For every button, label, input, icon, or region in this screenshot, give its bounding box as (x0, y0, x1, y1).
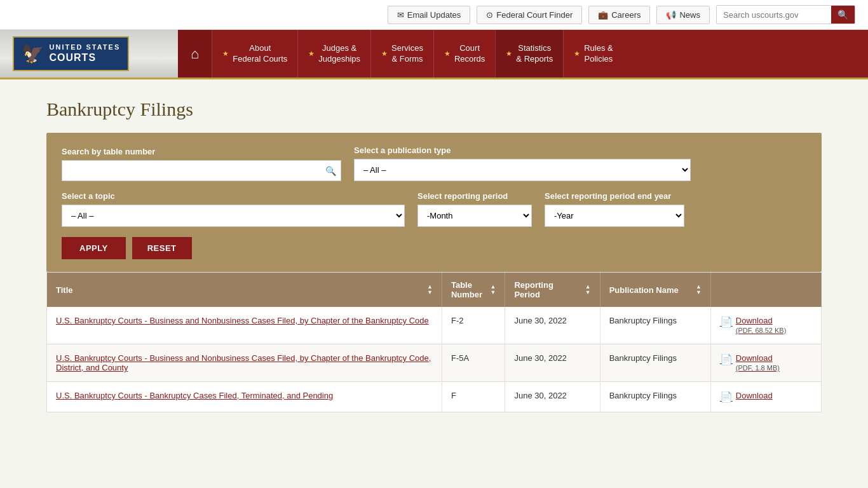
sort-table-number[interactable]: ▲▼ (491, 284, 496, 295)
reset-button[interactable]: RESET (132, 237, 192, 259)
star-icon: ★ (222, 50, 229, 58)
site-search: 🔍 (716, 5, 855, 24)
table-row: U.S. Bankruptcy Courts - Business and No… (47, 344, 822, 382)
page-content: Bankruptcy Filings Search by table numbe… (34, 79, 834, 431)
logo-text: UNITED STATES COURTS (50, 43, 121, 65)
careers-button[interactable]: 💼 Careers (588, 6, 650, 24)
federal-court-finder-button[interactable]: ⊙ Federal Court Finder (477, 6, 582, 24)
table-header-row: Title ▲▼ Table Number ▲▼ Reporting Perio… (47, 273, 822, 308)
download-size: (PDF, 1.8 MB) (736, 364, 780, 372)
search-button[interactable]: 🔍 (831, 6, 855, 24)
page-title: Bankruptcy Filings (46, 98, 822, 120)
nav-item-rules[interactable]: ★ Rules &Policies (563, 30, 623, 78)
cell-download: 📄 Download (710, 382, 821, 412)
title-link[interactable]: U.S. Bankruptcy Courts - Business and No… (56, 316, 429, 325)
topic-select[interactable]: – All – (62, 205, 405, 227)
download-link[interactable]: 📄 Download (720, 391, 812, 403)
nav-item-services[interactable]: ★ Services& Forms (370, 30, 433, 78)
year-select[interactable]: -Year (545, 205, 684, 227)
cell-download: 📄 Download (PDF, 1.8 MB) (710, 344, 821, 382)
briefcase-icon: 💼 (598, 10, 608, 20)
sort-reporting-period[interactable]: ▲▼ (585, 284, 591, 295)
nav-home-button[interactable]: ⌂ (178, 30, 212, 78)
news-button[interactable]: 📢 News (656, 6, 710, 24)
cell-publication-name: Bankruptcy Filings (600, 382, 710, 412)
title-link[interactable]: U.S. Bankruptcy Courts - Bankruptcy Case… (56, 391, 333, 400)
star-icon: ★ (381, 50, 388, 58)
pdf-icon: 📄 (720, 353, 733, 365)
search-input[interactable] (717, 6, 831, 24)
cell-publication-name: Bankruptcy Filings (600, 344, 710, 382)
email-updates-button[interactable]: ✉ Email Updates (388, 6, 471, 24)
table-number-search-input[interactable] (62, 160, 341, 181)
site-header: 🦅 UNITED STATES COURTS ⌂ ★ AboutFederal … (0, 30, 868, 79)
star-icon: ★ (308, 50, 315, 58)
star-icon: ★ (506, 50, 512, 58)
search-inner-icon: 🔍 (325, 166, 336, 176)
star-icon: ★ (444, 50, 451, 58)
topic-group: Select a topic – All – (62, 191, 405, 227)
filter-box: Search by table number 🔍 Select a public… (46, 133, 822, 272)
reporting-period-group: Select reporting period -Month (417, 191, 532, 227)
table-row: U.S. Bankruptcy Courts - Business and No… (47, 307, 822, 344)
th-download (710, 273, 821, 308)
nav-item-records[interactable]: ★ CourtRecords (433, 30, 495, 78)
cell-publication-name: Bankruptcy Filings (600, 307, 710, 344)
period-select[interactable]: -Month (417, 205, 532, 227)
cell-title: U.S. Bankruptcy Courts - Business and No… (47, 344, 442, 382)
envelope-icon: ✉ (397, 10, 404, 20)
nav-item-stats[interactable]: ★ Statistics& Reports (495, 30, 563, 78)
cell-download: 📄 Download (PDF, 68.52 KB) (710, 307, 821, 344)
logo-area: 🦅 UNITED STATES COURTS (0, 30, 178, 78)
filter-row-2: Select a topic – All – Select reporting … (62, 191, 806, 227)
filter-actions: APPLY RESET (62, 237, 806, 259)
top-utility-bar: ✉ Email Updates ⊙ Federal Court Finder 💼… (0, 0, 868, 30)
pdf-icon: 📄 (720, 391, 733, 403)
year-label: Select reporting period end year (545, 191, 684, 201)
nav-item-judges[interactable]: ★ Judges &Judgeships (297, 30, 370, 78)
download-link[interactable]: 📄 Download (PDF, 68.52 KB) (720, 316, 812, 335)
nav-item-about[interactable]: ★ AboutFederal Courts (212, 30, 297, 78)
th-title: Title ▲▼ (47, 273, 442, 308)
publication-select[interactable]: – All – (354, 159, 691, 181)
th-reporting-period: Reporting Period ▲▼ (505, 273, 600, 308)
star-icon: ★ (574, 50, 580, 58)
sort-publication-name[interactable]: ▲▼ (696, 284, 702, 295)
eagle-icon: 🦅 (22, 45, 44, 63)
th-publication-name: Publication Name ▲▼ (600, 273, 710, 308)
cell-table-number: F (442, 382, 505, 412)
period-label: Select reporting period (417, 191, 532, 201)
apply-button[interactable]: APPLY (62, 237, 126, 259)
location-icon: ⊙ (486, 10, 493, 20)
sort-title[interactable]: ▲▼ (427, 284, 433, 295)
cell-title: U.S. Bankruptcy Courts - Bankruptcy Case… (47, 382, 442, 412)
results-table: Title ▲▼ Table Number ▲▼ Reporting Perio… (46, 272, 822, 412)
download-size: (PDF, 68.52 KB) (736, 327, 786, 334)
cell-reporting-period: June 30, 2022 (505, 382, 600, 412)
main-nav: ⌂ ★ AboutFederal Courts ★ Judges &Judges… (178, 30, 868, 78)
cell-reporting-period: June 30, 2022 (505, 344, 600, 382)
download-link[interactable]: 📄 Download (PDF, 1.8 MB) (720, 353, 812, 372)
topic-label: Select a topic (62, 191, 405, 201)
filter-row-1: Search by table number 🔍 Select a public… (62, 146, 806, 181)
cell-table-number: F-5A (442, 344, 505, 382)
megaphone-icon: 📢 (666, 10, 676, 20)
table-row: U.S. Bankruptcy Courts - Bankruptcy Case… (47, 382, 822, 412)
site-logo[interactable]: 🦅 UNITED STATES COURTS (13, 36, 129, 71)
publication-type-group: Select a publication type – All – (354, 146, 691, 181)
publication-label: Select a publication type (354, 146, 691, 155)
search-by-table-group: Search by table number 🔍 (62, 147, 341, 181)
cell-table-number: F-2 (442, 307, 505, 344)
pdf-icon: 📄 (720, 316, 733, 328)
search-input-wrap: 🔍 (62, 160, 341, 181)
search-label: Search by table number (62, 147, 341, 156)
th-table-number: Table Number ▲▼ (442, 273, 505, 308)
cell-reporting-period: June 30, 2022 (505, 307, 600, 344)
year-group: Select reporting period end year -Year (545, 191, 684, 227)
title-link[interactable]: U.S. Bankruptcy Courts - Business and No… (56, 353, 431, 372)
cell-title: U.S. Bankruptcy Courts - Business and No… (47, 307, 442, 344)
